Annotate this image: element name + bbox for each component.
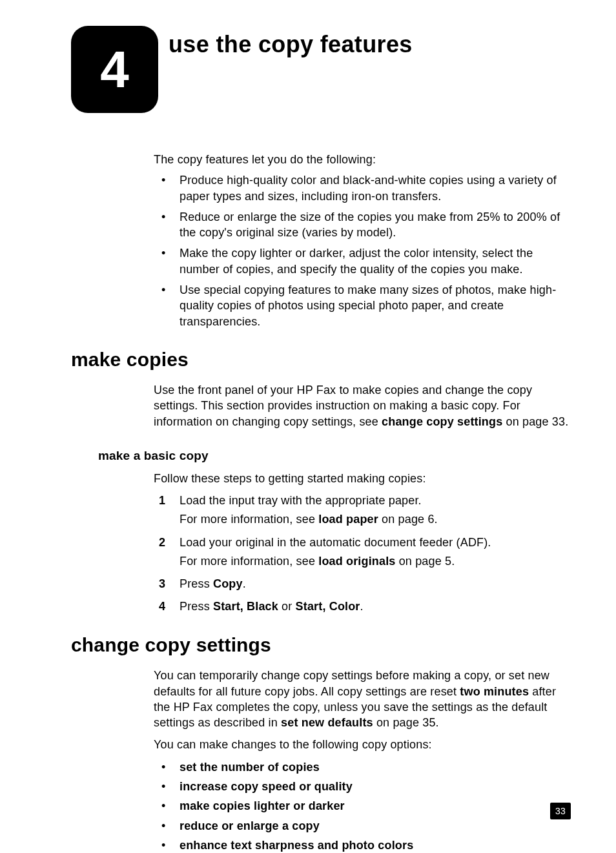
text-suffix: . <box>360 600 364 613</box>
text-suffix: on page 6. <box>378 513 438 526</box>
cross-reference: change copy settings <box>382 415 502 428</box>
step-item: 3 Press Copy. <box>154 576 571 592</box>
step-item: 1 Load the input tray with the appropria… <box>154 493 571 528</box>
text-prefix: For more information, see <box>180 513 318 526</box>
step-item: 2 Load your original in the automatic do… <box>154 535 571 570</box>
section-change-copy-settings-heading: change copy settings <box>71 634 571 656</box>
step-number: 3 <box>159 576 165 592</box>
subsection-make-basic-copy-heading: make a basic copy <box>98 449 571 463</box>
list-item: Make the copy lighter or darker, adjust … <box>154 245 571 277</box>
section2-paragraph2: You can make changes to the following co… <box>154 737 571 752</box>
list-item: Produce high-quality color and black-and… <box>154 172 571 204</box>
chapter-header: 4 use the copy features <box>71 26 571 113</box>
list-item: reduce or enlarge a copy <box>154 818 571 834</box>
text-suffix: on page 35. <box>373 716 439 729</box>
step-number: 1 <box>159 493 165 509</box>
list-item: set the number of copies <box>154 759 571 775</box>
cross-reference: load originals <box>318 555 395 568</box>
chapter-number-badge: 4 <box>71 26 158 113</box>
text-prefix: For more information, see <box>180 555 318 568</box>
step-text: Load the input tray with the appropriate… <box>180 494 422 507</box>
text-suffix: on page 5. <box>396 555 455 568</box>
step-subtext: For more information, see load paper on … <box>180 511 571 528</box>
text-prefix: Press <box>180 600 213 613</box>
button-name: Copy <box>213 577 243 590</box>
list-item: Use special copying features to make man… <box>154 282 571 329</box>
steps-list: 1 Load the input tray with the appropria… <box>154 493 571 615</box>
step-text: Load your original in the automatic docu… <box>180 536 491 549</box>
text-prefix: Press <box>180 577 213 590</box>
list-item: increase copy speed or quality <box>154 779 571 794</box>
emphasis: two minutes <box>460 685 529 698</box>
step-item: 4 Press Start, Black or Start, Color. <box>154 599 571 615</box>
cross-reference: load paper <box>318 513 378 526</box>
step-number: 2 <box>159 535 165 551</box>
text-mid: or <box>278 600 296 613</box>
subsection-intro: Follow these steps to getting started ma… <box>154 471 571 486</box>
intro-text: The copy features let you do the followi… <box>154 152 571 167</box>
section2-paragraph1: You can temporarily change copy settings… <box>154 668 571 730</box>
step-subtext: For more information, see load originals… <box>180 553 571 570</box>
list-item: Reduce or enlarge the size of the copies… <box>154 209 571 241</box>
step-number: 4 <box>159 599 165 615</box>
button-name: Start, Color <box>296 600 360 613</box>
cross-reference: set new defaults <box>281 716 373 729</box>
list-item: make copies lighter or darker <box>154 798 571 814</box>
text-suffix: on page 33. <box>502 415 568 428</box>
text-suffix: . <box>243 577 246 590</box>
page-number: 33 <box>550 803 571 819</box>
chapter-title: use the copy features <box>169 31 413 58</box>
section1-paragraph: Use the front panel of your HP Fax to ma… <box>154 382 571 429</box>
intro-bullet-list: Produce high-quality color and black-and… <box>154 172 571 329</box>
list-item: enhance text sharpness and photo colors <box>154 838 571 853</box>
copy-options-list: set the number of copies increase copy s… <box>154 759 571 853</box>
button-name: Start, Black <box>213 600 278 613</box>
section-make-copies-heading: make copies <box>71 349 571 371</box>
